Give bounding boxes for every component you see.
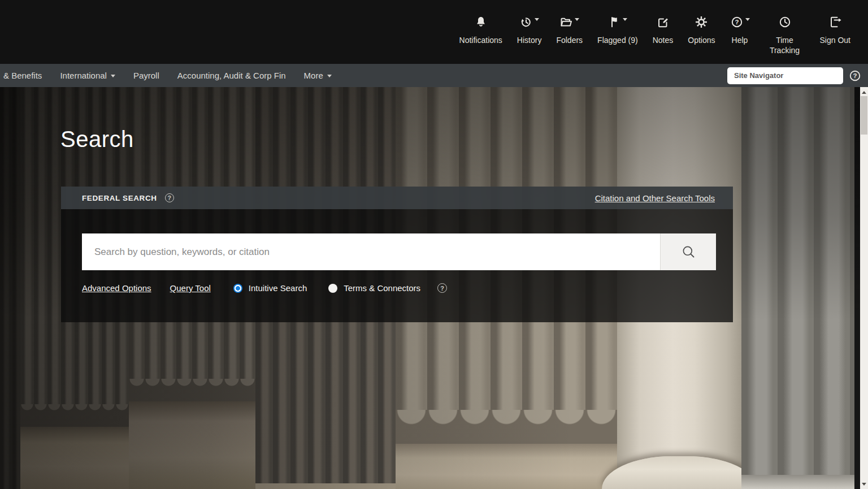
- flagged-button[interactable]: Flagged (9): [590, 0, 645, 45]
- flag-icon: [607, 15, 621, 29]
- chevron-down-icon: [575, 18, 579, 21]
- search-button[interactable]: [660, 233, 716, 270]
- sign-out-icon: [828, 15, 842, 29]
- notes-label: Notes: [653, 35, 674, 45]
- page-title: Search: [60, 127, 134, 152]
- scroll-up-button[interactable]: [860, 88, 868, 96]
- federal-search-panel: FEDERAL SEARCH ? Citation and Other Sear…: [61, 187, 733, 322]
- nav-label: Payroll: [133, 71, 159, 80]
- options-label: Options: [688, 35, 715, 45]
- scrollbar-thumb[interactable]: [861, 96, 867, 135]
- help-circle-icon: ?: [730, 15, 744, 29]
- site-navigator-help-button[interactable]: ?: [849, 70, 861, 82]
- federal-search-title: FEDERAL SEARCH: [82, 194, 157, 202]
- background-column: [0, 87, 20, 489]
- nav-label: More: [304, 71, 323, 80]
- nav-label: & Benefits: [3, 71, 42, 80]
- main-nav-bar: & Benefits International Payroll Account…: [0, 64, 868, 87]
- flagged-label: Flagged (9): [597, 35, 638, 45]
- radio-selected-icon: [233, 284, 242, 293]
- radio-label: Terms & Connectors: [344, 283, 420, 293]
- chevron-down-icon: [111, 75, 115, 77]
- search-mode-help-button[interactable]: ?: [437, 283, 447, 293]
- history-label: History: [517, 35, 542, 45]
- notifications-label: Notifications: [459, 35, 502, 45]
- arrow-down-icon: [862, 483, 866, 486]
- svg-text:?: ?: [735, 19, 739, 25]
- nav-item-benefits[interactable]: & Benefits: [0, 71, 51, 80]
- hero-section: Search FEDERAL SEARCH ? Citation and Oth…: [0, 87, 868, 489]
- nav-items: & Benefits International Payroll Account…: [0, 71, 341, 80]
- nav-item-international[interactable]: International: [51, 71, 124, 80]
- federal-search-help-button[interactable]: ?: [165, 193, 174, 202]
- nav-item-accounting[interactable]: Accounting, Audit & Corp Fin: [168, 71, 295, 80]
- chevron-down-icon: [327, 75, 332, 77]
- nav-label: Accounting, Audit & Corp Fin: [177, 71, 286, 80]
- radio-unselected-icon: [328, 284, 337, 293]
- note-edit-icon: [656, 15, 670, 29]
- top-bar-items: Notifications History Folders Flagged (9…: [452, 0, 858, 64]
- federal-search-header: FEDERAL SEARCH ? Citation and Other Sear…: [61, 187, 733, 209]
- chevron-down-icon: [535, 18, 539, 21]
- svg-text:?: ?: [853, 72, 857, 79]
- chevron-down-icon: [745, 18, 750, 21]
- site-navigator-input[interactable]: [727, 67, 843, 84]
- notifications-button[interactable]: Notifications: [452, 0, 510, 45]
- citation-search-tools-link[interactable]: Citation and Other Search Tools: [595, 193, 715, 203]
- advanced-options-link[interactable]: Advanced Options: [82, 283, 151, 293]
- nav-item-more[interactable]: More: [295, 71, 341, 80]
- radio-label: Intuitive Search: [249, 283, 307, 293]
- help-circle-icon: ?: [849, 70, 861, 82]
- folders-button[interactable]: Folders: [549, 0, 590, 45]
- sign-out-button[interactable]: Sign Out: [813, 0, 858, 45]
- folder-icon: [559, 15, 573, 29]
- nav-label: International: [60, 71, 107, 80]
- options-button[interactable]: Options: [680, 0, 722, 45]
- time-tracking-button[interactable]: Time Tracking: [757, 0, 813, 55]
- site-navigator-area: ?: [727, 64, 861, 87]
- search-icon: [681, 244, 696, 259]
- gear-icon: [695, 15, 708, 29]
- query-tool-link[interactable]: Query Tool: [170, 283, 211, 293]
- sign-out-label: Sign Out: [820, 35, 850, 45]
- history-icon: [519, 15, 533, 29]
- clock-icon: [778, 15, 792, 29]
- arrow-up-icon: [862, 91, 866, 94]
- scroll-down-button[interactable]: [860, 480, 868, 488]
- chevron-down-icon: [623, 18, 627, 21]
- help-label: Help: [732, 35, 748, 45]
- federal-search-body: Advanced Options Query Tool Intuitive Se…: [61, 209, 733, 322]
- search-input[interactable]: [82, 233, 660, 270]
- intuitive-search-radio[interactable]: Intuitive Search: [233, 283, 307, 293]
- terms-connectors-radio[interactable]: Terms & Connectors: [328, 283, 420, 293]
- search-options-row: Advanced Options Query Tool Intuitive Se…: [82, 283, 716, 293]
- help-button[interactable]: ? Help: [723, 0, 757, 45]
- folders-label: Folders: [556, 35, 583, 45]
- top-bar: Notifications History Folders Flagged (9…: [0, 0, 868, 64]
- notes-button[interactable]: Notes: [645, 0, 681, 45]
- background-column: [741, 87, 854, 489]
- bell-icon: [474, 15, 488, 29]
- vertical-scrollbar[interactable]: [860, 87, 868, 489]
- time-tracking-label: Time Tracking: [765, 35, 805, 55]
- nav-item-payroll[interactable]: Payroll: [124, 71, 168, 80]
- history-button[interactable]: History: [510, 0, 549, 45]
- search-row: [82, 233, 716, 270]
